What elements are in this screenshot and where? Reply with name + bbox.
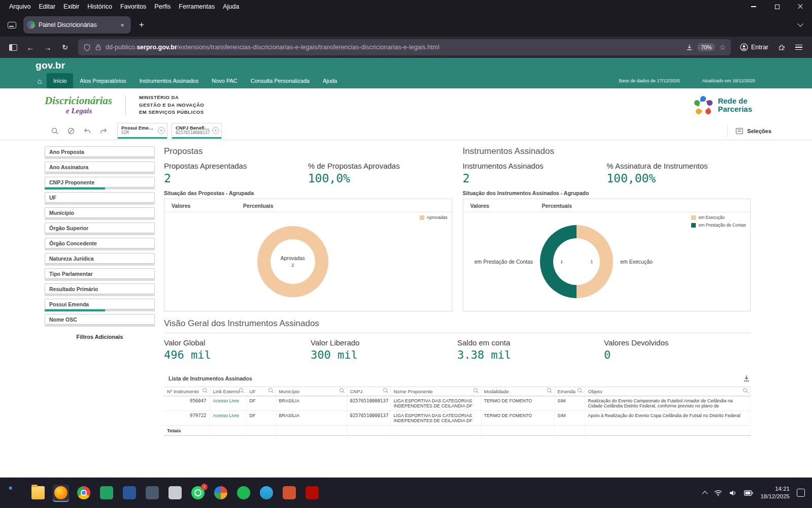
filter-ano-assinatura[interactable]: Ano Assinatura — [45, 162, 155, 174]
smart-search-icon[interactable] — [48, 125, 61, 137]
step-back-icon[interactable] — [81, 125, 94, 137]
col-modalidade[interactable]: Modalidade — [481, 387, 554, 396]
start-button[interactable] — [7, 485, 23, 501]
volume-icon[interactable] — [729, 490, 737, 496]
cell-link-acesso-livre[interactable]: Acesso Livre — [210, 411, 246, 426]
col-emenda[interactable]: Emenda — [554, 387, 585, 396]
menu-favoritos[interactable]: Favoritos — [116, 2, 150, 12]
col-uf[interactable]: UF — [246, 387, 276, 396]
taskbar-clock[interactable]: 14:21 18/12/2025 — [760, 485, 790, 500]
col-cnpj[interactable]: CNPJ — [347, 387, 390, 396]
col-n-instrumento[interactable]: Nº Instrumento — [164, 387, 210, 396]
home-icon[interactable] — [32, 73, 47, 88]
toggle-valores[interactable]: Valores — [463, 199, 535, 212]
firefox-view-icon[interactable] — [4, 17, 19, 33]
govbr-logo[interactable]: gov.br — [36, 60, 65, 71]
search-icon[interactable] — [239, 388, 244, 393]
chip-close-icon[interactable] — [158, 127, 165, 134]
menu-perfis[interactable]: Perfis — [150, 2, 175, 12]
filter-orgao-concedente[interactable]: Órgão Concedente — [45, 238, 155, 250]
filter-ano-proposta[interactable]: Ano Proposta — [45, 146, 155, 159]
legend-item-em-prestacao[interactable]: em Prestação de Contas — [691, 223, 746, 228]
nav-item-novo-pac[interactable]: Novo PAC — [205, 73, 244, 88]
wifi-icon[interactable] — [714, 490, 722, 496]
forward-button[interactable] — [40, 39, 56, 55]
cell-link-acesso-livre[interactable]: Acesso Livre — [210, 396, 246, 411]
selection-chip-possui-emenda[interactable]: Possui Emenda SIM — [117, 123, 167, 139]
menu-ajuda[interactable]: Ajuda — [219, 2, 243, 12]
propostas-donut[interactable]: Aprovadas 2 — [257, 226, 328, 297]
nav-item-inicio[interactable]: Início — [47, 73, 73, 88]
reload-button[interactable] — [57, 39, 73, 55]
filter-possui-emenda[interactable]: Possui Emenda — [45, 299, 155, 311]
account-login-button[interactable]: Entrar — [736, 39, 772, 55]
word-button[interactable] — [121, 485, 138, 501]
tab-close-icon[interactable] — [117, 20, 127, 30]
url-bar[interactable]: dd-publico.serpro.gov.br/extensions/tran… — [78, 39, 731, 55]
chip-close-icon[interactable] — [212, 127, 219, 134]
notification-center-icon[interactable] — [797, 489, 805, 497]
search-icon[interactable] — [268, 388, 274, 393]
menu-ferramentas[interactable]: Ferramentas — [175, 2, 219, 12]
chrome-button[interactable] — [76, 485, 92, 501]
save-page-icon[interactable] — [686, 44, 693, 51]
app-menu-button[interactable] — [791, 39, 807, 55]
acrobat-button[interactable] — [304, 485, 320, 501]
battery-icon[interactable] — [744, 490, 753, 496]
search-icon[interactable] — [743, 388, 748, 393]
tracking-shield-icon[interactable] — [83, 44, 91, 51]
bookmark-star-icon[interactable] — [719, 43, 726, 52]
search-icon[interactable] — [578, 388, 583, 393]
filter-nome-osc[interactable]: Nome OSC — [45, 314, 155, 327]
menu-arquivo[interactable]: Arquivo — [5, 2, 35, 12]
menu-exibir[interactable]: Exibir — [59, 2, 83, 12]
file-explorer-button[interactable] — [30, 485, 46, 501]
filter-tipo-parlamentar[interactable]: Tipo Parlamentar — [45, 268, 155, 281]
clear-selections-icon[interactable] — [64, 125, 78, 137]
tray-expand-icon[interactable] — [702, 491, 708, 496]
search-icon[interactable] — [383, 388, 388, 393]
telegram-button[interactable] — [258, 485, 275, 501]
filtros-adicionais-button[interactable]: Filtros Adicionais — [45, 334, 155, 340]
nav-item-ajuda[interactable]: Ajuda — [316, 73, 344, 88]
legend-item-aprovadas[interactable]: Aprovadas — [420, 215, 448, 220]
filter-natureza-juridica[interactable]: Natureza Jurídica — [45, 253, 155, 266]
spotify-button[interactable] — [235, 485, 252, 501]
filter-orgao-superior[interactable]: Órgão Superior — [45, 223, 155, 235]
step-forward-icon[interactable] — [97, 125, 110, 137]
maximize-button[interactable] — [765, 0, 789, 13]
browser-tab[interactable]: Painel Discricionárias — [23, 16, 131, 34]
search-icon[interactable] — [473, 388, 479, 393]
sidebar-toggle-button[interactable] — [5, 39, 21, 55]
list-all-tabs-button[interactable] — [793, 17, 808, 33]
extensions-button[interactable] — [773, 39, 790, 55]
menu-historico[interactable]: Histórico — [83, 2, 116, 12]
toggle-percentuais[interactable]: Percentuais — [236, 199, 308, 212]
filter-cnpj-proponente[interactable]: CNPJ Proponente — [45, 177, 155, 189]
col-link-externo[interactable]: Link Externo — [210, 387, 246, 396]
search-icon[interactable] — [202, 388, 208, 393]
powerpoint-button[interactable] — [281, 485, 297, 501]
calculator-button[interactable] — [144, 485, 160, 501]
back-button[interactable] — [22, 39, 39, 55]
lock-icon[interactable] — [95, 44, 101, 51]
notepad-button[interactable] — [167, 485, 183, 501]
col-objeto[interactable]: Objeto — [585, 387, 751, 396]
toggle-valores[interactable]: Valores — [164, 199, 236, 212]
download-table-icon[interactable] — [742, 374, 751, 383]
menu-editar[interactable]: Editar — [35, 2, 59, 12]
col-municipio[interactable]: Município — [276, 387, 347, 396]
nav-item-instrumentos-assinados[interactable]: Instrumentos Assinados — [132, 73, 205, 88]
nav-item-atos-preparatorios[interactable]: Atos Preparatórios — [73, 73, 132, 88]
selection-chip-cnpj-beneficiario[interactable]: CNPJ Benefici... 02576510000137 — [172, 123, 222, 139]
instrumentos-donut[interactable]: em Prestação de Contas em Execução 1 1 — [540, 225, 613, 298]
search-icon[interactable] — [547, 388, 552, 393]
excel-button[interactable] — [98, 485, 115, 501]
search-icon[interactable] — [340, 388, 345, 393]
nav-item-consulta-personalizada[interactable]: Consulta Personalizada — [244, 73, 316, 88]
new-tab-button[interactable] — [134, 17, 149, 33]
zoom-level-badge[interactable]: 70% — [697, 43, 715, 51]
firefox-button[interactable] — [53, 485, 69, 501]
whatsapp-button[interactable]: 7 — [190, 485, 206, 501]
minimize-button[interactable] — [742, 0, 765, 13]
